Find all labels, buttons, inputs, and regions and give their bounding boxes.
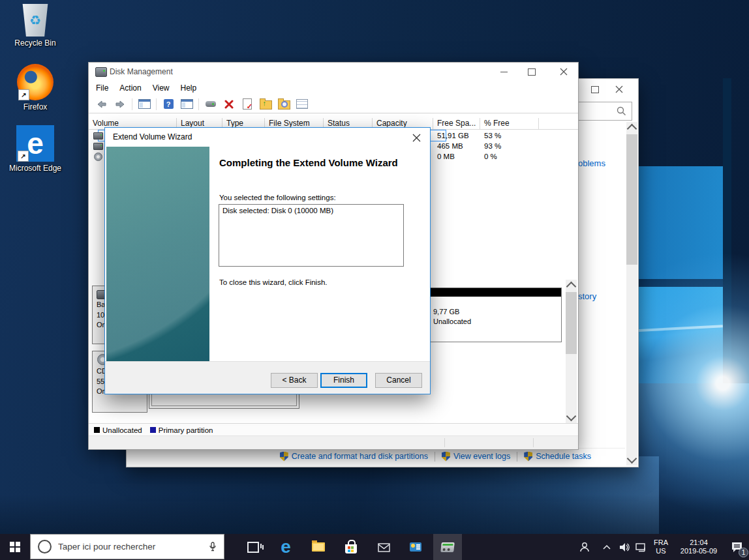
partition-legend: Unallocated Primary partition <box>89 423 578 436</box>
setting-line: Disk selected: Disk 0 (10000 MB) <box>222 207 333 214</box>
menu-bar: File Action View Help <box>89 81 578 95</box>
task-view-button[interactable] <box>239 534 268 560</box>
keyboard-layout: US <box>654 547 668 555</box>
control-panel-footer-links: Create and format hard disk partitions V… <box>127 448 625 464</box>
column-header-free-space[interactable]: Free Spa... <box>433 118 480 129</box>
taskbar-control-panel-button[interactable] <box>401 534 430 560</box>
mark-active-button[interactable] <box>241 98 254 111</box>
back-icon <box>97 100 107 108</box>
desktop-icon-microsoft-edge[interactable]: e Microsoft Edge <box>5 125 65 173</box>
column-header-pct-free[interactable]: % Free <box>480 118 539 129</box>
column-header-blank <box>539 118 577 129</box>
menu-view[interactable]: View <box>153 83 170 93</box>
shortcut-arrow-icon <box>18 151 29 162</box>
desktop-icon-firefox[interactable]: Firefox <box>5 64 65 111</box>
menu-file[interactable]: File <box>96 83 108 93</box>
action-center-button[interactable]: 1 <box>724 534 749 560</box>
people-button[interactable] <box>575 534 594 560</box>
taskbar-mail-button[interactable] <box>369 534 398 560</box>
link-view-event-logs[interactable]: View event logs <box>442 452 510 462</box>
clock[interactable]: 21:04 2019-05-09 <box>673 534 724 560</box>
network-button[interactable] <box>633 534 650 560</box>
taskbar-search-box[interactable] <box>30 534 224 559</box>
disk0-size-fragment: 10 <box>97 311 104 319</box>
close-icon <box>560 68 568 76</box>
taskbar-edge-button[interactable]: e <box>271 534 300 560</box>
graphical-view-scrollbar[interactable] <box>566 280 577 423</box>
cancel-button[interactable]: Cancel <box>375 373 422 388</box>
unallocated-label: Unallocated <box>433 317 471 325</box>
scroll-down-icon[interactable] <box>626 454 637 465</box>
scrollbar[interactable] <box>626 122 637 465</box>
cortana-icon <box>38 540 52 553</box>
link-create-and-format-partitions[interactable]: Create and format hard disk partitions <box>280 452 428 462</box>
scroll-up-icon[interactable] <box>626 122 637 133</box>
edge-icon: e <box>281 538 291 556</box>
firefox-icon <box>17 64 54 100</box>
delete-button[interactable] <box>222 98 236 111</box>
wizard-outro-text: To close this wizard, click Finish. <box>219 278 328 286</box>
show-action-pane-button[interactable] <box>180 98 193 111</box>
taskbar: e FRA US <box>0 534 749 560</box>
finish-button[interactable]: Finish <box>320 373 367 388</box>
rescan-disks-button[interactable] <box>204 98 217 111</box>
start-button[interactable] <box>0 534 30 560</box>
unallocated-color-band <box>429 288 561 297</box>
taskbar-disk-management-button[interactable] <box>433 534 462 560</box>
volume-button[interactable] <box>616 534 633 560</box>
volume-icon <box>93 143 103 150</box>
link-fragment-history[interactable]: story <box>578 291 596 301</box>
back-button[interactable] <box>95 98 108 111</box>
tray-overflow-button[interactable] <box>599 534 615 560</box>
scrollbar-thumb[interactable] <box>626 134 637 265</box>
scroll-down-icon[interactable] <box>566 412 577 423</box>
search-input[interactable] <box>52 541 208 552</box>
scrollbar-thumb[interactable] <box>566 292 577 354</box>
link-label: Schedule tasks <box>536 452 591 461</box>
edge-icon: e <box>16 125 54 162</box>
chevron-up-icon <box>602 544 611 550</box>
help-icon <box>164 99 174 109</box>
forward-button[interactable] <box>114 98 127 111</box>
close-button[interactable] <box>609 80 629 98</box>
speaker-icon <box>619 542 630 552</box>
close-button[interactable] <box>406 128 426 147</box>
open-button[interactable] <box>259 98 272 111</box>
maximize-button[interactable] <box>585 80 605 98</box>
windows-logo-icon <box>10 542 20 552</box>
show-console-tree-button[interactable] <box>138 98 151 111</box>
close-button[interactable] <box>554 63 573 81</box>
taskbar-store-button[interactable] <box>337 534 365 560</box>
menu-action[interactable]: Action <box>119 83 141 93</box>
minimize-button[interactable] <box>494 63 513 81</box>
console-tree-icon <box>138 99 151 109</box>
desktop-icon-label: Microsoft Edge <box>5 164 65 173</box>
settings-listbox[interactable]: Disk selected: Disk 0 (10000 MB) <box>219 204 404 267</box>
link-fragment-problems[interactable]: oblems <box>578 158 605 168</box>
legend-label: Unallocated <box>102 426 142 434</box>
desktop: Recycle Bin Firefox e Microsoft Edge obl… <box>0 0 749 560</box>
explore-button[interactable] <box>277 98 290 111</box>
microsoft-store-icon <box>345 544 357 553</box>
uac-shield-icon <box>442 452 450 462</box>
free-space-value: 0 MB <box>437 152 455 162</box>
legend-primary-partition: Primary partition <box>150 426 213 434</box>
unallocated-partition-block[interactable]: 9,77 GB Unallocated <box>429 287 562 342</box>
language-code: FRA <box>654 538 668 547</box>
menu-help[interactable]: Help <box>181 83 197 93</box>
scroll-up-icon[interactable] <box>566 280 577 291</box>
taskbar-file-explorer-button[interactable] <box>304 534 333 560</box>
link-schedule-tasks[interactable]: Schedule tasks <box>524 452 591 462</box>
microphone-icon[interactable] <box>208 542 217 552</box>
language-indicator[interactable]: FRA US <box>650 534 672 560</box>
wizard-button-bar: < Back Finish Cancel <box>105 361 430 394</box>
desktop-icon-recycle-bin[interactable]: Recycle Bin <box>5 4 65 48</box>
maximize-button[interactable] <box>522 63 542 81</box>
properties-button[interactable] <box>296 98 309 111</box>
help-button[interactable] <box>162 98 175 111</box>
status-bar-separator <box>444 438 445 447</box>
minimize-icon <box>500 72 508 72</box>
wizard-heading: Completing the Extend Volume Wizard <box>219 156 402 169</box>
pct-free-value: 53 % <box>484 131 501 141</box>
back-button[interactable]: < Back <box>271 373 318 388</box>
